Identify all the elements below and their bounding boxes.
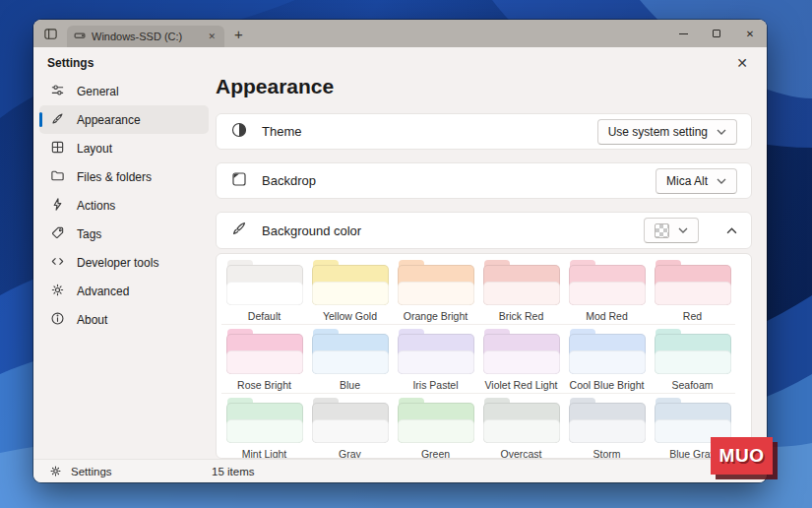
folder-color-option[interactable]: Mint Light <box>221 394 307 459</box>
folder-color-icon <box>483 329 560 374</box>
folder-color-label: Blue Gray <box>669 448 716 459</box>
maximize-button[interactable] <box>700 20 733 47</box>
muo-watermark-logo: MUO <box>711 437 773 475</box>
folder-color-option[interactable]: Rose Bright <box>221 325 307 394</box>
folder-color-icon <box>312 329 389 374</box>
folder-color-icon <box>655 329 731 374</box>
new-tab-button[interactable]: + <box>234 27 243 41</box>
maximize-icon <box>713 30 720 37</box>
folder-color-icon <box>398 260 474 305</box>
tag-icon <box>50 225 65 243</box>
folder-color-label: Seafoam <box>671 379 713 391</box>
folder-color-option[interactable]: Blue <box>307 325 393 394</box>
sidebar-item-files-folders[interactable]: Files & folders <box>39 162 209 191</box>
backdrop-dropdown-value: Mica Alt <box>666 174 708 188</box>
sidebar-item-about[interactable]: About <box>39 305 209 334</box>
color-swatch-dropdown[interactable] <box>644 218 699 243</box>
folder-color-option[interactable]: Storm <box>564 394 650 459</box>
folder-color-icon <box>398 329 474 374</box>
backdrop-row: Backdrop Mica Alt <box>216 162 752 199</box>
folder-color-icon <box>312 260 389 305</box>
layout-grid-icon <box>50 140 65 158</box>
folder-color-label: Gray <box>339 448 361 459</box>
sidebar-item-developer-tools[interactable]: Developer tools <box>39 248 209 277</box>
folder-color-label: Mint Light <box>242 448 287 459</box>
folder-color-icon <box>655 260 731 305</box>
sidebar-item-label: Advanced <box>77 285 129 298</box>
folder-color-option[interactable]: Mod Red <box>564 256 650 325</box>
folder-color-option[interactable]: Orange Bright <box>393 256 478 325</box>
folder-color-option[interactable]: Red <box>650 256 735 325</box>
sidebar-item-tags[interactable]: Tags <box>39 220 209 248</box>
folder-color-option[interactable]: Default <box>221 256 307 325</box>
settings-footer-button[interactable]: Settings <box>49 465 112 477</box>
folder-color-label: Orange Bright <box>404 310 468 322</box>
folder-color-label: Violet Red Light <box>485 379 558 391</box>
backdrop-dropdown[interactable]: Mica Alt <box>656 168 737 194</box>
tab-bar: Windows-SSD (C:) ✕ + ✕ <box>33 20 767 47</box>
backdrop-label: Backdrop <box>262 173 316 188</box>
tab-windows-ssd[interactable]: Windows-SSD (C:) ✕ <box>67 26 224 47</box>
backdrop-icon <box>230 170 248 192</box>
background-color-row: Background color <box>216 212 752 249</box>
folder-color-label: Brick Red <box>499 310 544 322</box>
settings-main: Appearance Theme Use system setting Back… <box>216 47 752 459</box>
minimize-icon <box>679 33 688 34</box>
status-bar: Settings 15 items <box>33 459 767 482</box>
bolt-icon <box>50 197 65 215</box>
page-title: Appearance <box>216 75 334 98</box>
sidebar-item-actions[interactable]: Actions <box>39 191 209 220</box>
folder-color-option[interactable]: Overcast <box>478 394 564 459</box>
folder-color-option[interactable]: Cool Blue Bright <box>564 325 650 394</box>
folder-color-option[interactable]: Brick Red <box>478 256 564 325</box>
chevron-down-icon <box>717 178 726 184</box>
sidebar-item-label: General <box>77 85 119 98</box>
paintbrush-icon <box>230 220 248 241</box>
sidebar-item-label: Layout <box>77 142 112 156</box>
folder-color-icon <box>226 329 303 374</box>
transparent-swatch-icon <box>655 223 669 238</box>
folder-color-option[interactable]: Iris Pastel <box>393 325 478 394</box>
minimize-button[interactable] <box>666 20 700 47</box>
sidebar-item-advanced[interactable]: Advanced <box>39 277 209 305</box>
folder-icon <box>50 168 65 186</box>
tab-close-button[interactable]: ✕ <box>206 32 218 41</box>
chevron-up-icon <box>726 227 737 234</box>
folder-color-label: Green <box>421 448 450 459</box>
collapse-expander-button[interactable] <box>726 227 737 234</box>
sidebar-toggle-icon[interactable] <box>41 25 59 42</box>
options-icon <box>50 83 65 100</box>
folder-color-panel: Default Yellow Gold Orange Bright Brick … <box>216 253 752 459</box>
window-close-button[interactable]: ✕ <box>733 20 767 47</box>
sidebar-item-layout[interactable]: Layout <box>39 134 209 162</box>
sidebar-item-label: Appearance <box>77 113 141 127</box>
folder-color-option[interactable]: Violet Red Light <box>478 325 564 394</box>
folder-color-option[interactable]: Yellow Gold <box>307 256 393 325</box>
folder-color-icon <box>312 398 389 443</box>
settings-dialog: Settings ✕ General Appearance Layout Fi <box>33 47 767 459</box>
tab-title: Windows-SSD (C:) <box>92 31 200 42</box>
drive-icon <box>74 30 86 43</box>
theme-label: Theme <box>262 124 301 139</box>
settings-sidebar: General Appearance Layout Files & folder… <box>39 77 209 334</box>
code-icon <box>50 254 65 272</box>
sidebar-item-appearance[interactable]: Appearance <box>39 105 209 134</box>
gear-icon <box>49 465 62 477</box>
theme-icon <box>230 121 248 143</box>
folder-color-label: Blue <box>340 379 360 391</box>
files-app-window: Windows-SSD (C:) ✕ + ✕ Settings ✕ Genera… <box>33 20 767 482</box>
folder-color-icon <box>569 329 646 374</box>
paintbrush-icon <box>50 111 65 129</box>
items-count: 15 items <box>212 466 254 477</box>
folder-color-option[interactable]: Seafoam <box>650 325 735 394</box>
theme-dropdown-value: Use system setting <box>608 125 708 139</box>
folder-color-grid: Default Yellow Gold Orange Bright Brick … <box>221 256 746 459</box>
folder-color-option[interactable]: Gray <box>307 394 393 459</box>
chevron-down-icon <box>678 227 688 233</box>
folder-color-option[interactable]: Green <box>393 394 478 459</box>
sidebar-item-general[interactable]: General <box>39 77 209 105</box>
folder-color-icon <box>398 398 474 443</box>
theme-dropdown[interactable]: Use system setting <box>597 119 737 145</box>
folder-color-label: Red <box>683 310 702 322</box>
folder-color-icon <box>569 260 646 305</box>
